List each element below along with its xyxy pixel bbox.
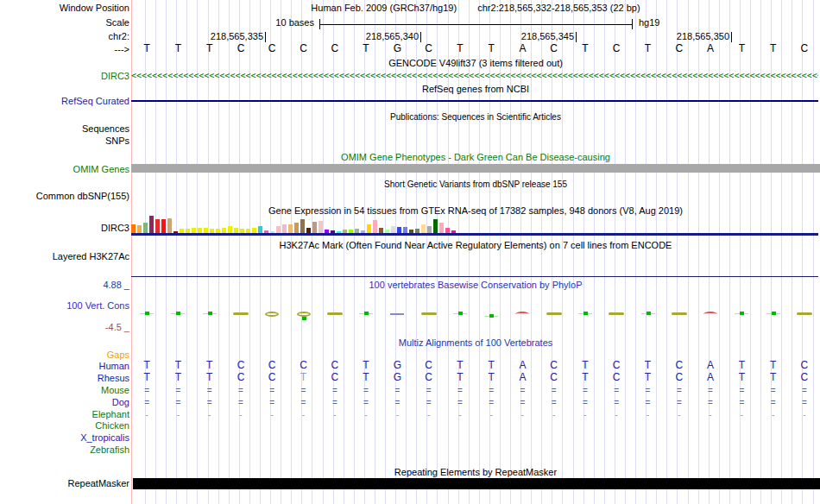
gtex-tissue-bar[interactable] <box>373 220 377 233</box>
gtex-tissue-bar[interactable] <box>427 226 432 233</box>
multiz-elephant-mark: - <box>387 410 407 419</box>
multiz-chicken-label[interactable]: Chicken <box>3 420 129 432</box>
refseq-track-title[interactable]: RefSeq genes from NCBI <box>131 84 820 95</box>
gtex-tissue-bar[interactable] <box>367 224 371 233</box>
gtex-tissue-bar[interactable] <box>391 226 395 233</box>
gtex-tissue-bar[interactable] <box>421 224 426 233</box>
gtex-tissue-bar[interactable] <box>397 227 401 233</box>
multiz-mouse-label[interactable]: Mouse <box>3 385 129 396</box>
cons-min-label: -4.5 _ <box>3 322 129 333</box>
multiz-elephant-mark: - <box>450 410 470 419</box>
multiz-rhesus-base: T <box>575 372 596 383</box>
cons-green-mark <box>583 312 588 315</box>
multiz-rhesus-base: A <box>512 372 533 383</box>
omim-gene-bar[interactable] <box>131 164 820 173</box>
repeatmasker-label[interactable]: RepeatMasker <box>3 478 129 489</box>
gencode-gene-label[interactable]: DIRC3 <box>3 71 129 82</box>
position-tick-label: 218,565,345 <box>498 31 574 41</box>
window-position-label: Window Position <box>3 3 129 14</box>
publications-track-title[interactable]: Publications: Sequences in Scientific Ar… <box>131 111 820 123</box>
multiz-human-label[interactable]: Human <box>3 361 129 372</box>
gtex-tissue-bar[interactable] <box>439 223 444 233</box>
gtex-tissue-bar[interactable] <box>300 219 305 233</box>
multiz-mouse-mark: = <box>136 386 157 395</box>
gtex-tissue-bar[interactable] <box>294 223 299 233</box>
gtex-tissue-bar[interactable] <box>131 224 136 233</box>
multiz-rhesus-base: T <box>199 372 220 383</box>
gtex-tissue-bar[interactable] <box>143 223 148 233</box>
h3k27ac-label[interactable]: Layered H3K27Ac <box>3 251 129 262</box>
multiz-dog-mark: = <box>606 398 627 407</box>
gtex-tissue-bar[interactable] <box>137 225 142 233</box>
multiz-dog-mark: = <box>136 398 157 407</box>
multiz-human-base: T <box>199 360 220 371</box>
multiz-mouse-mark: = <box>794 386 815 395</box>
multiz-rhesus-base: T <box>450 372 470 383</box>
multiz-mouse-mark: = <box>419 386 439 395</box>
multiz-human-base: G <box>387 360 407 371</box>
multiz-gaps-label[interactable]: Gaps <box>3 350 129 361</box>
gtex-tissue-bar[interactable] <box>403 227 407 233</box>
gtex-track-title[interactable]: Gene Expression in 54 tissues from GTEx … <box>131 205 820 217</box>
multiz-human-base: T <box>450 360 470 371</box>
multiz-mouse-mark: = <box>199 386 220 395</box>
refseq-curated-label[interactable]: RefSeq Curated <box>3 96 129 107</box>
multiz-human-base: A <box>512 360 533 371</box>
repeatmasker-track-title[interactable]: Repeating Elements by RepeatMasker <box>131 467 820 478</box>
repeatmasker-element-bar[interactable] <box>133 478 820 489</box>
multiz-track-title[interactable]: Multiz Alignments of 100 Vertebrates <box>131 337 820 349</box>
multiz-human-base: A <box>700 360 721 371</box>
gtex-tissue-bar[interactable] <box>282 224 287 233</box>
publications-snps-label[interactable]: SNPs <box>3 135 129 147</box>
multiz-rhesus-base: C <box>669 372 690 383</box>
multiz-elephant-mark: - <box>731 410 752 419</box>
gencode-track-title[interactable]: GENCODE V49lift37 (3 items filtered out) <box>131 58 820 69</box>
publications-sequences-label[interactable]: Sequences <box>3 123 129 135</box>
multiz-mouse-mark: = <box>512 386 533 395</box>
multiz-rhesus-base: T <box>293 372 314 383</box>
gtex-tissue-bar[interactable] <box>161 219 166 233</box>
gtex-baseline[interactable] <box>131 233 818 236</box>
multiz-elephant-mark: - <box>700 410 721 419</box>
multiz-elephant-mark: - <box>544 410 565 419</box>
gtex-tissue-bar[interactable] <box>433 219 438 233</box>
multiz-xtropicalis-label[interactable]: X_tropicalis <box>3 432 129 444</box>
genome-browser-image: Human Feb. 2009 (GRCh37/hg19) chr2:218,5… <box>0 0 820 504</box>
h3k27ac-track-title[interactable]: H3K27Ac Mark (Often Found Near Active Re… <box>131 240 820 251</box>
gencode-gene-line[interactable]: <<<<<<<<<<<<<<<<<<<<<<<<<<<<<<<<<<<<<<<<… <box>131 72 818 80</box>
multiz-rhesus-base: T <box>481 372 501 383</box>
cons-track-label[interactable]: 100 Vert. Cons <box>3 300 129 312</box>
phylop-track-title[interactable]: 100 vertebrates Basewise Conservation by… <box>131 280 820 291</box>
multiz-zebrafish-label[interactable]: Zebrafish <box>3 444 129 456</box>
multiz-elephant-label[interactable]: Elephant <box>3 409 129 420</box>
multiz-dog-mark: = <box>763 398 784 407</box>
omim-track-title[interactable]: OMIM Gene Phenotypes - Dark Green Can Be… <box>131 152 820 163</box>
gtex-tissue-bar[interactable] <box>319 221 323 233</box>
gtex-tissue-bar[interactable] <box>276 226 281 233</box>
multiz-dog-mark: = <box>544 398 565 407</box>
cons-olive-mark <box>327 312 343 315</box>
base-letter: T <box>481 43 501 54</box>
gtex-tissue-bar[interactable] <box>228 226 232 233</box>
dbsnp-track-title[interactable]: Short Genetic Variants from dbSNP releas… <box>131 179 820 190</box>
gtex-tissue-bar[interactable] <box>312 222 317 233</box>
multiz-rhesus-label[interactable]: Rhesus <box>3 373 129 384</box>
common-dbsnp-label[interactable]: Common dbSNP(155) <box>3 191 129 202</box>
multiz-rhesus-base: C <box>606 372 627 383</box>
multiz-mouse-mark: = <box>700 386 721 395</box>
multiz-dog-mark: = <box>199 398 220 407</box>
base-letter: C <box>419 43 439 54</box>
multiz-dog-label[interactable]: Dog <box>3 397 129 408</box>
omim-genes-label[interactable]: OMIM Genes <box>3 164 129 175</box>
gtex-tissue-bar[interactable] <box>167 218 172 233</box>
multiz-mouse-mark: = <box>544 386 565 395</box>
gtex-gene-label[interactable]: DIRC3 <box>3 223 129 234</box>
gtex-tissue-bar[interactable] <box>288 224 293 233</box>
refseq-curated-line[interactable] <box>131 100 818 102</box>
multiz-elephant-mark: - <box>167 410 188 419</box>
gtex-tissue-bar[interactable] <box>155 219 160 233</box>
multiz-elephant-mark: - <box>419 410 439 419</box>
gtex-tissue-bar[interactable] <box>258 226 262 233</box>
scale-value: 10 bases <box>242 17 314 28</box>
gtex-tissue-bar[interactable] <box>149 216 154 233</box>
